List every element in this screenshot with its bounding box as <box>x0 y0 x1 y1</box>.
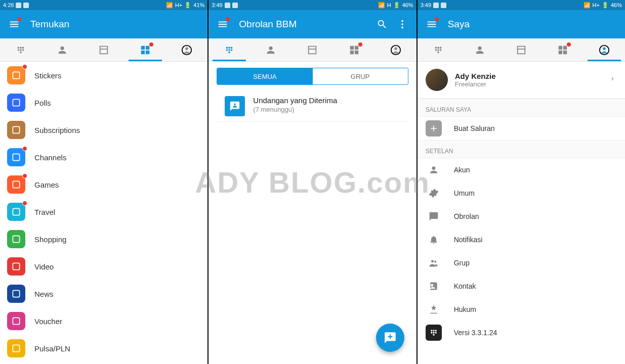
invite-sub: (7 menunggu) <box>253 106 337 113</box>
version-row: Versi 3.3.1.24 <box>418 321 625 344</box>
segment-group[interactable]: GRUP <box>313 68 408 84</box>
discover-item[interactable]: Shopping <box>0 225 207 253</box>
settings-label: Hukum <box>454 305 476 313</box>
create-channel-item[interactable]: Buat Saluran <box>418 117 625 140</box>
status-bar: 3:49 📶 H+ 🔋 46% <box>418 0 625 10</box>
status-net: H <box>387 2 391 8</box>
discover-item[interactable]: Video <box>0 253 207 280</box>
settings-item[interactable]: Akun <box>418 158 625 181</box>
invite-icon <box>225 96 245 116</box>
news-icon <box>7 285 25 303</box>
pulsa-icon <box>7 339 25 357</box>
tab-me[interactable] <box>375 38 416 61</box>
discover-item[interactable]: News <box>0 280 207 307</box>
account-icon <box>599 44 610 56</box>
discover-item[interactable]: Stickers <box>0 62 207 89</box>
discover-label: Games <box>34 180 59 189</box>
status-battery: 46% <box>611 2 622 8</box>
app-bar: Temukan <box>0 10 207 38</box>
gear-icon <box>426 185 442 201</box>
settings-label: Obrolan <box>454 212 479 220</box>
discover-item[interactable]: Subscriptions <box>0 116 207 144</box>
badge-icon <box>22 173 27 178</box>
badge-icon <box>22 146 27 151</box>
menu-button[interactable] <box>4 14 24 34</box>
tab-discover[interactable] <box>334 38 375 61</box>
new-chat-fab[interactable] <box>376 324 404 352</box>
tab-feeds[interactable] <box>291 38 333 61</box>
page-title: Saya <box>442 19 621 30</box>
discover-item[interactable]: Pulsa/PLN <box>0 335 207 362</box>
phone-discover: 4:28 📶 H+ 🔋 41% Temukan <box>0 0 209 364</box>
tab-chats[interactable] <box>418 38 459 61</box>
badge-icon <box>22 201 27 206</box>
video-icon <box>7 257 25 276</box>
status-battery-icon: 🔋 <box>602 2 609 9</box>
status-app-icon <box>23 3 29 8</box>
settings-item[interactable]: Umum <box>418 181 625 205</box>
account-icon <box>181 44 192 56</box>
overflow-button[interactable] <box>392 14 412 34</box>
tab-bar <box>209 38 416 62</box>
profile-row[interactable]: Ady Kenzie Freelancer <box>418 62 625 99</box>
chat-icon <box>426 208 442 224</box>
settings-item[interactable]: Kontak <box>418 275 625 298</box>
section-header-channel: SALURAN SAYA <box>418 99 625 117</box>
search-button[interactable] <box>372 14 392 34</box>
tab-contacts[interactable] <box>459 38 501 61</box>
bbm-icon <box>433 44 444 56</box>
version-label: Versi 3.3.1.24 <box>454 329 497 337</box>
tab-contacts[interactable] <box>41 38 83 61</box>
sub-icon <box>7 121 25 139</box>
status-battery-icon: 🔋 <box>393 2 400 9</box>
create-channel-label: Buat Saluran <box>454 124 495 132</box>
status-app-icon <box>433 3 439 8</box>
tab-feeds[interactable] <box>501 38 542 61</box>
discover-item[interactable]: Travel <box>0 198 207 225</box>
discover-item[interactable]: Channels <box>0 144 207 171</box>
segment-all[interactable]: SEMUA <box>217 68 312 84</box>
section-header-settings: SETELAN <box>418 140 625 158</box>
feed-icon <box>516 44 527 56</box>
tab-me[interactable] <box>166 38 207 61</box>
discover-label: Voucher <box>34 317 62 326</box>
tab-chats[interactable] <box>209 38 250 61</box>
grid-icon <box>349 44 360 56</box>
invite-title: Undangan yang Diterima <box>253 96 337 105</box>
settings-item[interactable]: Notifikasi <box>418 228 625 251</box>
discover-label: News <box>34 290 54 298</box>
feed-icon <box>307 44 318 56</box>
menu-button[interactable] <box>422 14 442 34</box>
contact-icon <box>426 278 442 294</box>
new-chat-icon <box>384 331 397 344</box>
discover-item[interactable]: Polls <box>0 89 207 116</box>
plus-icon <box>426 120 442 136</box>
menu-button[interactable] <box>213 14 233 34</box>
tab-chats[interactable] <box>0 38 41 61</box>
account-icon <box>390 44 401 56</box>
voucher-icon <box>7 312 25 330</box>
invite-item[interactable]: Undangan yang Diterima (7 menunggu) <box>217 91 408 122</box>
discover-item[interactable]: Voucher <box>0 307 207 335</box>
tab-me[interactable] <box>584 38 625 61</box>
chevron-right-icon <box>609 75 617 85</box>
settings-item[interactable]: Hukum <box>418 298 625 321</box>
discover-list[interactable]: Stickers Polls Subscriptions Channels Ga… <box>0 62 207 364</box>
settings-label: Grup <box>454 259 470 267</box>
tab-discover[interactable] <box>542 38 584 61</box>
tab-contacts[interactable] <box>250 38 291 61</box>
page-title: Obrolan BBM <box>233 19 371 30</box>
status-time: 3:49 <box>421 2 431 8</box>
status-app-icon <box>441 3 446 8</box>
phone-me: 3:49 📶 H+ 🔋 46% Saya <box>418 0 625 364</box>
discover-label: Shopping <box>34 235 66 244</box>
profile-sub: Freelancer <box>455 80 609 88</box>
settings-item[interactable]: Grup <box>418 251 625 275</box>
settings-item[interactable]: Obrolan <box>418 205 625 228</box>
person-icon <box>474 44 485 56</box>
tab-feeds[interactable] <box>83 38 124 61</box>
travel-icon <box>7 203 25 221</box>
discover-item[interactable]: Games <box>0 171 207 198</box>
tab-discover[interactable] <box>124 38 166 61</box>
discover-label: Polls <box>34 99 51 107</box>
